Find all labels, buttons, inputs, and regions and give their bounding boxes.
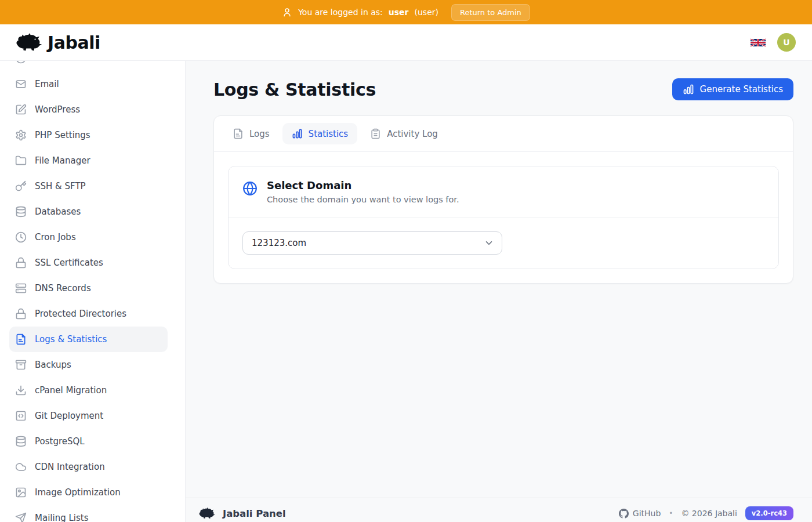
- sidebar-item-label: File Manager: [35, 155, 90, 166]
- boar-logo-icon: [15, 31, 43, 53]
- footer: Jabali Panel GitHub • © 2026 Jabali v2.0…: [186, 498, 812, 522]
- sidebar-item-wordpress[interactable]: WordPress: [9, 97, 168, 122]
- select-domain-card: Select Domain Choose the domain you want…: [228, 166, 779, 269]
- sidebar-nav: Email WordPress PHP Settings File Manage…: [0, 61, 186, 522]
- cloud-icon: [15, 461, 27, 473]
- user-icon: [282, 7, 292, 17]
- clock-icon: [15, 231, 27, 243]
- mail-icon: [15, 78, 27, 90]
- sidebar-item-clipped[interactable]: [9, 61, 168, 71]
- sidebar-item-cpanel-migration[interactable]: cPanel Migration: [9, 378, 168, 403]
- sidebar-item-label: WordPress: [35, 104, 80, 115]
- tab-label: Activity Log: [387, 129, 438, 139]
- sidebar-item-label: DNS Records: [35, 283, 91, 293]
- sidebar-item-file-manager[interactable]: File Manager: [9, 148, 168, 173]
- sidebar-item-label: Email: [35, 79, 59, 89]
- bar-chart-icon: [292, 128, 303, 139]
- tab-logs[interactable]: Logs: [223, 123, 279, 144]
- generate-statistics-label: Generate Statistics: [700, 84, 783, 95]
- logs-statistics-card: Logs Statistics Activity Log: [213, 115, 793, 284]
- logged-in-text: You are logged in as:: [298, 8, 383, 17]
- tab-bar: Logs Statistics Activity Log: [214, 116, 793, 152]
- code-square-icon: [15, 410, 27, 422]
- tab-statistics[interactable]: Statistics: [282, 123, 358, 144]
- brand-name: Jabali: [48, 32, 100, 53]
- sidebar-item-mailing-lists[interactable]: Mailing Lists: [9, 505, 168, 522]
- impersonation-banner: You are logged in as: user (user) Return…: [0, 0, 812, 24]
- sidebar-item-ssh-sftp[interactable]: SSH & SFTP: [9, 173, 168, 199]
- key-icon: [15, 180, 27, 192]
- sidebar-item-label: SSH & SFTP: [35, 181, 86, 191]
- sidebar-item-label: Backups: [35, 360, 71, 370]
- select-domain-title: Select Domain: [267, 179, 459, 191]
- brand: Jabali: [15, 31, 100, 53]
- download-icon: [15, 385, 27, 396]
- app-header: Jabali U: [0, 24, 812, 61]
- page-title: Logs & Statistics: [213, 79, 376, 100]
- sidebar-item-dns-records[interactable]: DNS Records: [9, 276, 168, 301]
- github-link[interactable]: GitHub: [619, 509, 661, 519]
- globe-icon: [242, 181, 258, 196]
- send-icon: [15, 512, 27, 522]
- tab-label: Statistics: [309, 129, 349, 139]
- bar-chart-icon: [683, 84, 694, 95]
- image-icon: [15, 487, 27, 498]
- sidebar-item-databases[interactable]: Databases: [9, 199, 168, 224]
- sidebar-item-label: CDN Integration: [35, 462, 105, 472]
- github-label: GitHub: [633, 509, 661, 518]
- clipped-icon: [15, 61, 27, 64]
- lock-icon: [15, 308, 27, 320]
- sidebar-item-backups[interactable]: Backups: [9, 352, 168, 378]
- sidebar-item-email[interactable]: Email: [9, 71, 168, 97]
- sidebar-item-label: SSL Certificates: [35, 258, 103, 268]
- folder-icon: [15, 155, 27, 166]
- lock-icon: [15, 257, 27, 269]
- boar-logo-icon: [198, 506, 216, 520]
- chevron-down-icon: [484, 238, 494, 248]
- version-badge: v2.0-rc43: [745, 506, 793, 520]
- sidebar-item-postgresql[interactable]: PostgreSQL: [9, 429, 168, 454]
- sidebar-item-label: Mailing Lists: [35, 513, 88, 522]
- tab-activity-log[interactable]: Activity Log: [361, 123, 447, 144]
- file-text-icon: [233, 128, 244, 139]
- logged-in-username: user: [389, 8, 409, 17]
- sidebar-item-label: Git Deployment: [35, 411, 103, 421]
- database-icon: [15, 436, 27, 447]
- logged-in-role: (user): [415, 8, 438, 17]
- database-icon: [15, 206, 27, 217]
- gear-icon: [15, 129, 27, 141]
- github-icon: [619, 509, 629, 519]
- sidebar-item-image-optimization[interactable]: Image Optimization: [9, 480, 168, 505]
- clipboard-icon: [370, 128, 381, 139]
- archive-icon: [15, 359, 27, 371]
- tab-label: Logs: [249, 129, 270, 139]
- footer-copyright: © 2026 Jabali: [681, 509, 737, 518]
- domain-select-value: 123123.com: [252, 238, 306, 248]
- sidebar-item-label: Cron Jobs: [35, 232, 76, 242]
- sidebar-item-label: PHP Settings: [35, 130, 90, 140]
- sidebar-item-cdn-integration[interactable]: CDN Integration: [9, 454, 168, 480]
- footer-separator: •: [669, 509, 673, 517]
- sidebar-item-git-deployment[interactable]: Git Deployment: [9, 403, 168, 429]
- sidebar-item-label: PostgreSQL: [35, 436, 85, 447]
- file-text-icon: [15, 334, 27, 345]
- sidebar-item-protected-directories[interactable]: Protected Directories: [9, 301, 168, 327]
- pen-square-icon: [15, 104, 27, 115]
- sidebar-item-ssl-certificates[interactable]: SSL Certificates: [9, 250, 168, 276]
- sidebar-item-label: Protected Directories: [35, 309, 126, 319]
- return-to-admin-button[interactable]: Return to Admin: [451, 4, 530, 21]
- sidebar-item-label: Databases: [35, 206, 81, 217]
- footer-brand: Jabali Panel: [223, 508, 286, 519]
- sidebar-item-label: cPanel Migration: [35, 385, 107, 396]
- domain-select[interactable]: 123123.com: [242, 231, 502, 255]
- select-domain-subtitle: Choose the domain you want to view logs …: [267, 195, 459, 204]
- sidebar-item-cron-jobs[interactable]: Cron Jobs: [9, 224, 168, 250]
- sidebar-item-label: Image Optimization: [35, 487, 121, 498]
- sidebar-item-php-settings[interactable]: PHP Settings: [9, 122, 168, 148]
- user-avatar[interactable]: U: [777, 33, 796, 52]
- language-flag-icon[interactable]: [751, 38, 766, 48]
- server-icon: [15, 282, 27, 294]
- sidebar-item-logs-statistics[interactable]: Logs & Statistics: [9, 327, 168, 352]
- sidebar-item-label: Logs & Statistics: [35, 334, 107, 345]
- generate-statistics-button[interactable]: Generate Statistics: [672, 78, 793, 100]
